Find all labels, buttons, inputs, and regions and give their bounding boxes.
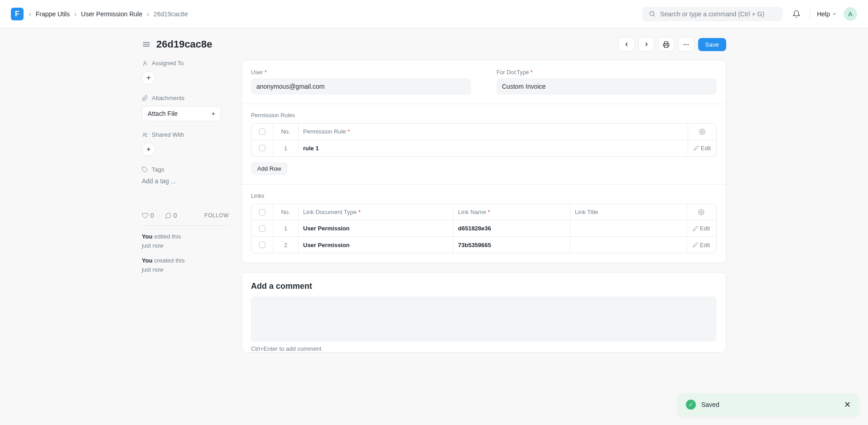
- activity-item: You edited this just now: [142, 232, 229, 250]
- user-field-label: User *: [251, 69, 471, 76]
- check-icon: ✓: [686, 400, 696, 410]
- comment-card: Add a comment Ctrl+Enter to add comment: [241, 272, 726, 353]
- pencil-icon: [693, 242, 698, 248]
- table-row[interactable]: 1 User Permission d651828e36 Edit: [251, 220, 716, 237]
- save-button[interactable]: Save: [698, 38, 726, 51]
- edit-row-button[interactable]: Edit: [693, 225, 710, 232]
- svg-point-14: [700, 211, 702, 213]
- select-all-checkbox[interactable]: [259, 129, 265, 135]
- table-settings-button[interactable]: [687, 204, 715, 220]
- svg-point-11: [145, 133, 147, 134]
- col-rule: Permission Rule *: [299, 124, 688, 139]
- col-link-doc: Link Document Type *: [299, 204, 453, 220]
- doctype-field[interactable]: [497, 78, 717, 95]
- comment-icon: [165, 212, 172, 219]
- shared-with-label: Shared With: [142, 131, 229, 138]
- help-label: Help: [817, 10, 830, 18]
- pencil-icon: [694, 145, 699, 151]
- table-settings-button[interactable]: [688, 124, 716, 139]
- prev-button[interactable]: [618, 37, 635, 52]
- table-row[interactable]: 2 User Permission 73b5359665 Edit: [251, 237, 716, 253]
- toast-saved: ✓ Saved ✕: [678, 393, 859, 416]
- svg-point-6: [684, 44, 685, 45]
- chevron-right-icon: [643, 41, 650, 48]
- chevron-down-icon: [832, 11, 837, 17]
- svg-rect-5: [665, 45, 668, 47]
- chevron-right-icon: ›: [74, 10, 77, 18]
- row-checkbox[interactable]: [259, 225, 265, 232]
- col-link-title: Link Title: [570, 204, 687, 220]
- svg-point-7: [686, 44, 687, 45]
- next-button[interactable]: [638, 37, 655, 52]
- assigned-to-label: Assigned To: [142, 60, 229, 67]
- user-avatar[interactable]: A: [844, 7, 857, 21]
- activity-item: You created this just now: [142, 256, 229, 274]
- hamburger-icon[interactable]: [142, 40, 151, 49]
- table-row[interactable]: 1 rule 1 Edit: [251, 140, 716, 156]
- permission-rules-label: Permission Rules: [251, 112, 717, 119]
- help-button[interactable]: Help: [817, 10, 837, 18]
- app-logo[interactable]: F: [11, 8, 24, 20]
- comments-count[interactable]: 0: [165, 212, 177, 219]
- page-title: 26d19cac8e: [156, 38, 212, 50]
- follow-button[interactable]: FOLLOW: [204, 212, 229, 219]
- comment-input[interactable]: [251, 296, 717, 342]
- title-row: 26d19cac8e Save: [142, 28, 726, 60]
- search-icon: [649, 10, 656, 17]
- permission-rules-table: No. Permission Rule * 1 rule 1 Edit: [251, 123, 717, 157]
- app-header: F › Frappe Utils › User Permission Rule …: [0, 0, 868, 28]
- gear-icon: [699, 129, 705, 135]
- svg-point-8: [688, 44, 689, 45]
- doctype-field-label: For DocType *: [497, 69, 717, 76]
- more-button[interactable]: [678, 37, 694, 52]
- print-button[interactable]: [658, 37, 675, 52]
- col-link-name: Link Name *: [453, 204, 570, 220]
- form-main: User * For DocType * Permission Rules: [241, 60, 726, 362]
- add-tag-input[interactable]: Add a tag ...: [142, 177, 229, 185]
- attach-file-button[interactable]: Attach File +: [142, 106, 221, 121]
- printer-icon: [663, 41, 670, 48]
- user-icon: [142, 60, 148, 67]
- add-row-button[interactable]: Add Row: [251, 162, 288, 175]
- row-checkbox[interactable]: [259, 145, 265, 151]
- dots-icon: [683, 41, 690, 48]
- chevron-right-icon: ›: [147, 10, 149, 18]
- divider: [810, 9, 810, 19]
- search-input[interactable]: Search or type a command (Ctrl + G): [642, 7, 783, 21]
- select-all-checkbox[interactable]: [259, 209, 265, 215]
- add-share-button[interactable]: +: [142, 143, 155, 156]
- chevron-left-icon: [623, 41, 630, 48]
- svg-point-9: [144, 61, 146, 63]
- paperclip-icon: [142, 95, 148, 101]
- tag-icon: [142, 167, 148, 173]
- breadcrumb-item-2[interactable]: User Permission Rule: [81, 10, 142, 18]
- svg-point-10: [143, 133, 145, 134]
- follow-row: 0 · 0 FOLLOW: [142, 212, 229, 226]
- links-label: Links: [251, 193, 717, 199]
- page-body: 26d19cac8e Save Assigned To +: [0, 28, 868, 425]
- header-left: F › Frappe Utils › User Permission Rule …: [11, 8, 188, 20]
- toast-text: Saved: [701, 401, 839, 408]
- chevron-right-icon: ›: [29, 10, 31, 18]
- col-no: No.: [273, 204, 299, 220]
- edit-row-button[interactable]: Edit: [694, 145, 711, 152]
- add-assignee-button[interactable]: +: [142, 71, 155, 85]
- col-no: No.: [273, 124, 299, 139]
- breadcrumb-item-3: 26d19cac8e: [154, 10, 188, 18]
- svg-point-13: [701, 131, 703, 133]
- plus-icon: +: [212, 110, 215, 117]
- row-checkbox[interactable]: [259, 242, 265, 248]
- pencil-icon: [693, 226, 698, 231]
- form-card: User * For DocType * Permission Rules: [241, 60, 726, 263]
- search-placeholder: Search or type a command (Ctrl + G): [660, 10, 764, 18]
- notifications-button[interactable]: [789, 7, 804, 21]
- breadcrumb: › Frappe Utils › User Permission Rule › …: [29, 10, 188, 18]
- breadcrumb-item-1[interactable]: Frappe Utils: [36, 10, 70, 18]
- svg-point-0: [650, 12, 654, 16]
- comment-hint: Ctrl+Enter to add comment: [242, 342, 726, 352]
- likes-count[interactable]: 0: [142, 212, 154, 219]
- user-field[interactable]: [251, 78, 471, 95]
- comment-title: Add a comment: [242, 272, 726, 296]
- edit-row-button[interactable]: Edit: [693, 242, 710, 248]
- toast-close-button[interactable]: ✕: [844, 400, 851, 410]
